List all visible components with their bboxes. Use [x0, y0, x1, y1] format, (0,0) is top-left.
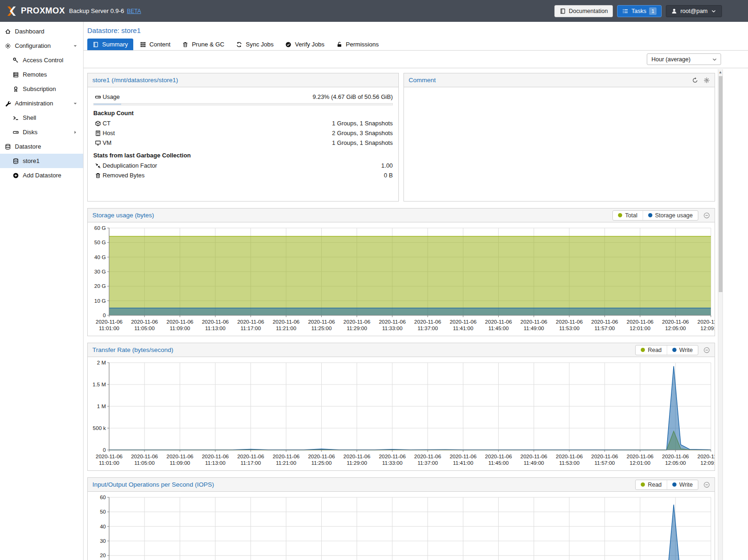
key-icon	[13, 57, 19, 64]
content-area: store1 (/mnt/datastores/store1) Usage 9.…	[84, 68, 748, 560]
svg-text:2020-11-0612:05:00: 2020-11-0612:05:00	[662, 454, 689, 466]
backup-count-heading: Backup Count	[93, 110, 393, 117]
legend-label: Storage usage	[655, 212, 693, 219]
sidebar-item-label: Administration	[15, 100, 53, 107]
vertical-scrollbar[interactable]: ▲	[718, 69, 723, 560]
sidebar-item-disks[interactable]: Disks	[0, 125, 83, 139]
summary-row-removed-bytes: Removed Bytes0 B	[93, 170, 393, 180]
tab-verify-jobs[interactable]: Verify Jobs	[280, 39, 330, 50]
row-label: VM	[103, 139, 111, 146]
tab-permissions[interactable]: Permissions	[331, 39, 384, 50]
scroll-up-arrow[interactable]: ▲	[718, 69, 722, 75]
svg-text:2020-11-0611:41:00: 2020-11-0611:41:00	[449, 454, 476, 466]
legend-item-write[interactable]: Write	[667, 480, 698, 489]
comment-body[interactable]	[404, 87, 715, 97]
sidebar-item-subscription[interactable]: Subscription	[0, 82, 83, 96]
sidebar-item-store1[interactable]: store1	[0, 154, 83, 168]
beta-link[interactable]: BETA	[127, 8, 141, 14]
book-icon	[92, 41, 99, 48]
comment-panel-header: Comment	[404, 73, 715, 87]
legend-dot	[618, 213, 622, 217]
comment-panel: Comment	[403, 73, 715, 202]
summary-panel-header: store1 (/mnt/datastores/store1)	[88, 73, 398, 87]
tab-content[interactable]: Content	[135, 39, 176, 50]
summary-panel-body: Usage 9.23% (4.67 GiB of 50.56 GiB) Back…	[88, 87, 398, 185]
usage-progressbar	[93, 103, 393, 105]
documentation-button[interactable]: Documentation	[554, 5, 613, 17]
usage-value: 9.23% (4.67 GiB of 50.56 GiB)	[312, 93, 393, 100]
row-value: 1 Groups, 1 Snapshots	[332, 139, 393, 146]
summary-row-ct: CT1 Groups, 1 Snapshots	[93, 118, 393, 128]
svg-text:50 G: 50 G	[94, 240, 106, 245]
collapse-icon[interactable]	[703, 212, 710, 219]
svg-text:20: 20	[100, 553, 106, 558]
collapse-icon[interactable]	[703, 347, 710, 353]
sidebar: DashboardConfigurationAccess ControlRemo…	[0, 22, 84, 560]
building-icon	[93, 130, 103, 137]
lock-open-icon	[336, 41, 343, 48]
ribbon-icon	[13, 86, 19, 92]
tab-label: Prune & GC	[192, 41, 224, 48]
gears-icon	[5, 43, 11, 49]
main-area: Datastore: store1 SummaryContentPrune & …	[84, 22, 748, 560]
caret-down-icon[interactable]	[72, 43, 78, 49]
svg-text:2020-11-0611:01:00: 2020-11-0611:01:00	[96, 454, 123, 466]
svg-text:2020-11-0611:09:00: 2020-11-0611:09:00	[167, 319, 194, 331]
row-value: 1.00	[381, 162, 393, 169]
legend-item-read[interactable]: Read	[636, 345, 667, 355]
proxmox-logo-icon	[6, 5, 18, 17]
user-menu-button[interactable]: root@pam	[666, 5, 722, 17]
sidebar-item-add-datastore[interactable]: Add Datastore	[0, 168, 83, 182]
legend-item-write[interactable]: Write	[667, 345, 698, 355]
caret-down-icon[interactable]	[72, 100, 78, 107]
tabbar: SummaryContentPrune & GCSync JobsVerify …	[84, 36, 748, 51]
svg-text:1.5 M: 1.5 M	[92, 382, 106, 387]
legend-item-read[interactable]: Read	[636, 480, 667, 489]
sidebar-item-administration[interactable]: Administration	[0, 96, 83, 111]
tab-prune-gc[interactable]: Prune & GC	[177, 39, 229, 50]
legend-item-total[interactable]: Total	[613, 211, 642, 220]
sidebar-item-remotes[interactable]: Remotes	[0, 67, 83, 82]
chart-legend: ReadWrite	[635, 480, 698, 490]
row-label: Removed Bytes	[103, 172, 144, 179]
sidebar-item-shell[interactable]: Shell	[0, 111, 83, 125]
collapse-icon[interactable]	[703, 482, 710, 488]
monitor-icon	[93, 140, 103, 146]
trash-icon	[182, 41, 189, 48]
trash-icon	[93, 172, 103, 179]
transfer-rate-chart-header: Transfer Rate (bytes/second) ReadWrite	[88, 343, 715, 357]
iops-chart: 01020304050602020-11-0611:01:002020-11-0…	[88, 492, 715, 560]
dashboard-icon	[5, 28, 11, 35]
summary-panel-title: store1 (/mnt/datastores/store1)	[92, 77, 178, 84]
svg-text:2020-11-0612:09:00: 2020-11-0612:09:00	[697, 454, 715, 466]
refresh-icon[interactable]	[692, 77, 698, 84]
tab-sync-jobs[interactable]: Sync Jobs	[231, 39, 279, 50]
summary-row-vm: VM1 Groups, 1 Snapshots	[93, 138, 393, 148]
svg-text:0: 0	[103, 313, 106, 318]
svg-text:2020-11-0611:25:00: 2020-11-0611:25:00	[308, 454, 335, 466]
caret-right-icon[interactable]	[72, 129, 78, 136]
legend-dot	[672, 482, 676, 487]
sidebar-item-dashboard[interactable]: Dashboard	[0, 24, 83, 39]
row-value: 0 B	[384, 172, 393, 179]
gear-icon[interactable]	[703, 77, 710, 84]
tasks-label: Tasks	[631, 8, 646, 14]
sidebar-item-label: Add Datastore	[23, 172, 61, 179]
sidebar-item-access-control[interactable]: Access Control	[0, 53, 83, 67]
row-label: CT	[103, 120, 111, 127]
svg-text:2020-11-0611:57:00: 2020-11-0611:57:00	[591, 319, 618, 331]
tab-label: Permissions	[346, 41, 379, 48]
scrollbar-thumb[interactable]	[719, 76, 722, 292]
tab-summary[interactable]: Summary	[87, 39, 133, 50]
legend-item-storage-usage[interactable]: Storage usage	[643, 211, 698, 220]
transfer-rate-chart: 0500 k1 M1.5 M2 M2020-11-0611:01:002020-…	[88, 357, 715, 470]
user-label: root@pam	[680, 8, 708, 14]
tasks-button[interactable]: Tasks 1	[617, 5, 662, 17]
sidebar-item-datastore[interactable]: Datastore	[0, 139, 83, 154]
svg-text:2020-11-0611:53:00: 2020-11-0611:53:00	[556, 454, 583, 466]
sidebar-item-configuration[interactable]: Configuration	[0, 39, 83, 53]
svg-text:2020-11-0611:17:00: 2020-11-0611:17:00	[237, 454, 264, 466]
hdd-icon	[13, 129, 19, 136]
period-select[interactable]: Hour (average)	[647, 53, 721, 65]
row-label: Host	[103, 130, 115, 137]
